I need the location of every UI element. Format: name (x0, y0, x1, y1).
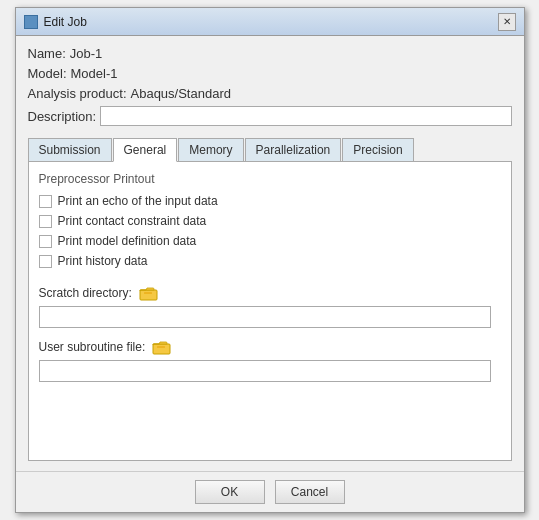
analysis-label: Analysis product: (28, 86, 127, 101)
tabs-area: Submission General Memory Parallelizatio… (28, 137, 512, 461)
analysis-row: Analysis product: Abaqus/Standard (28, 86, 512, 101)
analysis-value: Abaqus/Standard (131, 86, 231, 101)
titlebar: Edit Job ✕ (16, 8, 524, 36)
checkbox-row-2: Print model definition data (39, 234, 491, 248)
checkbox-model-label: Print model definition data (58, 234, 197, 248)
name-label: Name: (28, 46, 66, 61)
checkbox-row-1: Print contact constraint data (39, 214, 491, 228)
model-value: Model-1 (71, 66, 118, 81)
subroutine-folder-icon[interactable] (151, 338, 173, 356)
tab-memory[interactable]: Memory (178, 138, 243, 162)
subroutine-row: User subroutine file: (39, 338, 491, 356)
edit-job-dialog: Edit Job ✕ Name: Job-1 Model: Model-1 An… (15, 7, 525, 513)
checkbox-contact-label: Print contact constraint data (58, 214, 207, 228)
checkbox-row-0: Print an echo of the input data (39, 194, 491, 208)
checkbox-echo[interactable] (39, 195, 52, 208)
tab-content-general: Preprocessor Printout Print an echo of t… (28, 161, 512, 461)
name-row: Name: Job-1 (28, 46, 512, 61)
scratch-folder-icon[interactable] (138, 284, 160, 302)
name-value: Job-1 (70, 46, 103, 61)
checkbox-model[interactable] (39, 235, 52, 248)
section-title: Preprocessor Printout (39, 172, 491, 186)
dialog-content: Name: Job-1 Model: Model-1 Analysis prod… (16, 36, 524, 471)
svg-rect-2 (153, 344, 170, 354)
checkbox-row-3: Print history data (39, 254, 491, 268)
scratch-input[interactable] (39, 306, 491, 328)
checkbox-echo-label: Print an echo of the input data (58, 194, 218, 208)
titlebar-left: Edit Job (24, 15, 87, 29)
tab-content-wrapper: Preprocessor Printout Print an echo of t… (28, 161, 512, 461)
dialog-title: Edit Job (44, 15, 87, 29)
svg-rect-0 (140, 290, 157, 300)
scratch-label: Scratch directory: (39, 286, 132, 300)
subroutine-input[interactable] (39, 360, 491, 382)
description-label: Description: (28, 109, 97, 124)
subroutine-label: User subroutine file: (39, 340, 146, 354)
model-label: Model: (28, 66, 67, 81)
checkbox-contact[interactable] (39, 215, 52, 228)
checkbox-history[interactable] (39, 255, 52, 268)
scratch-row: Scratch directory: (39, 284, 491, 302)
close-button[interactable]: ✕ (498, 13, 516, 31)
cancel-button[interactable]: Cancel (275, 480, 345, 504)
description-row: Description: (28, 106, 512, 126)
bottom-bar: OK Cancel (16, 471, 524, 512)
tab-parallelization[interactable]: Parallelization (245, 138, 342, 162)
description-input[interactable] (100, 106, 511, 126)
tab-general[interactable]: General (113, 138, 178, 162)
tab-precision[interactable]: Precision (342, 138, 413, 162)
model-row: Model: Model-1 (28, 66, 512, 81)
ok-button[interactable]: OK (195, 480, 265, 504)
svg-rect-3 (157, 346, 165, 348)
dialog-icon (24, 15, 38, 29)
tab-bar: Submission General Memory Parallelizatio… (28, 137, 512, 161)
svg-rect-1 (144, 292, 152, 294)
checkbox-history-label: Print history data (58, 254, 148, 268)
tab-submission[interactable]: Submission (28, 138, 112, 162)
